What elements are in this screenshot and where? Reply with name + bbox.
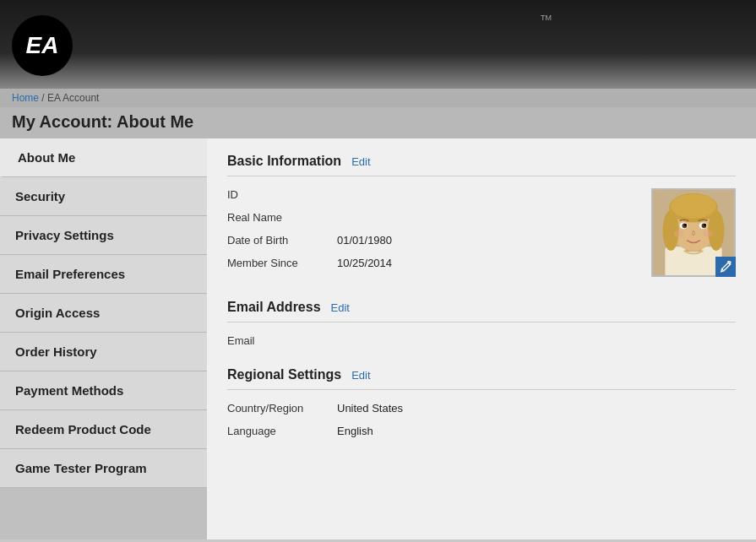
basic-info-edit[interactable]: Edit — [351, 155, 370, 168]
regional-settings-header: Regional Settings Edit — [227, 367, 736, 390]
page-title-bar: My Account: About Me — [0, 107, 756, 138]
field-row-id: ID — [227, 188, 634, 201]
breadcrumb-home[interactable]: Home — [12, 92, 39, 104]
header: EA TM — [0, 0, 756, 89]
svg-point-13 — [684, 224, 687, 226]
sidebar-label-payment-methods: Payment Methods — [15, 383, 123, 398]
field-label-id: ID — [227, 188, 337, 201]
field-label-real-name: Real Name — [227, 211, 337, 224]
svg-point-6 — [663, 210, 679, 251]
field-row-country: Country/Region United States — [227, 402, 736, 415]
regional-settings-section: Regional Settings Edit Country/Region Un… — [227, 367, 736, 437]
sidebar-label-redeem-product-code: Redeem Product Code — [15, 422, 151, 436]
sidebar-label-security: Security — [15, 189, 65, 203]
sidebar-label-order-history: Order History — [15, 344, 97, 359]
regional-settings-title: Regional Settings — [227, 367, 341, 382]
sidebar-item-email-preferences[interactable]: Email Preferences — [0, 255, 207, 294]
field-label-member-since: Member Since — [227, 257, 337, 269]
field-row-real-name: Real Name — [227, 211, 634, 224]
field-row-email: Email — [227, 334, 736, 347]
email-address-edit[interactable]: Edit — [331, 301, 350, 314]
ea-logo-text: EA — [26, 32, 59, 59]
main-layout: About Me Security Privacy Settings Email… — [0, 138, 756, 539]
field-label-email: Email — [227, 334, 337, 347]
sidebar-item-payment-methods[interactable]: Payment Methods — [0, 371, 207, 410]
basic-info-header: Basic Information Edit — [227, 154, 736, 176]
sidebar-item-security[interactable]: Security — [0, 177, 207, 216]
sidebar-item-game-tester-program[interactable]: Game Tester Program — [0, 449, 207, 488]
regional-settings-edit[interactable]: Edit — [351, 369, 370, 382]
sidebar-item-about-me[interactable]: About Me — [0, 138, 207, 177]
tm-badge: TM — [541, 14, 552, 22]
email-address-section: Email Address Edit Email — [227, 300, 736, 347]
svg-point-7 — [708, 210, 724, 251]
field-value-country: United States — [337, 402, 403, 415]
svg-point-14 — [704, 224, 706, 226]
basic-info-title: Basic Information — [227, 154, 341, 169]
field-row-member-since: Member Since 10/25/2014 — [227, 257, 634, 269]
sidebar-item-order-history[interactable]: Order History — [0, 333, 207, 371]
field-label-country: Country/Region — [227, 402, 337, 415]
sidebar-item-redeem-product-code[interactable]: Redeem Product Code — [0, 410, 207, 449]
sidebar-label-origin-access: Origin Access — [15, 306, 100, 320]
sidebar-label-privacy-settings: Privacy Settings — [15, 228, 114, 242]
page-title: My Account: About Me — [12, 112, 744, 132]
field-value-member-since: 10/25/2014 — [337, 257, 392, 269]
content-area: Basic Information Edit ID Real Name Date… — [207, 138, 756, 539]
regional-fields: Country/Region United States Language En… — [227, 402, 736, 437]
breadcrumb-current: EA Account — [47, 92, 99, 104]
sidebar: About Me Security Privacy Settings Email… — [0, 138, 207, 539]
ea-logo[interactable]: EA — [12, 15, 73, 76]
email-address-title: Email Address — [227, 300, 321, 315]
field-value-language: English — [337, 425, 373, 437]
breadcrumb-separator: / — [39, 92, 47, 104]
avatar-container — [651, 188, 736, 277]
field-value-dob: 01/01/1980 — [337, 234, 392, 247]
basic-information-section: Basic Information Edit ID Real Name Date… — [227, 154, 736, 279]
sidebar-label-about-me: About Me — [18, 150, 75, 165]
email-address-header: Email Address Edit — [227, 300, 736, 322]
sidebar-label-email-preferences: Email Preferences — [15, 267, 125, 281]
basic-info-fields: ID Real Name Date of Birth 01/01/1980 Me… — [227, 188, 634, 279]
basic-info-content: ID Real Name Date of Birth 01/01/1980 Me… — [227, 188, 736, 279]
sidebar-item-origin-access[interactable]: Origin Access — [0, 294, 207, 333]
sidebar-label-game-tester-program: Game Tester Program — [15, 461, 147, 475]
avatar-edit-button[interactable] — [715, 257, 736, 277]
svg-point-8 — [671, 194, 716, 219]
field-row-language: Language English — [227, 425, 736, 437]
field-label-language: Language — [227, 425, 337, 437]
field-row-dob: Date of Birth 01/01/1980 — [227, 234, 634, 247]
svg-point-15 — [674, 230, 684, 237]
email-fields: Email — [227, 334, 736, 347]
breadcrumb: Home / EA Account — [0, 89, 756, 107]
field-label-dob: Date of Birth — [227, 234, 337, 247]
svg-point-16 — [704, 230, 714, 237]
sidebar-item-privacy-settings[interactable]: Privacy Settings — [0, 216, 207, 255]
